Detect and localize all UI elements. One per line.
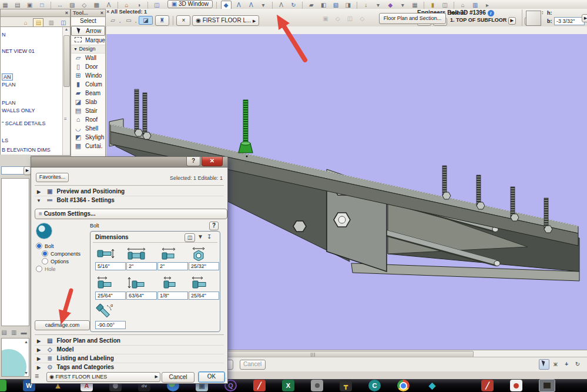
orbit-mode-icon[interactable]: ↻: [573, 360, 582, 369]
dim-field-length[interactable]: 2": [126, 262, 157, 270]
project-map-icon[interactable]: ⌂: [21, 19, 31, 26]
dim-field-2-4[interactable]: 25/64": [189, 292, 219, 300]
taskbar-camtasia-icon[interactable]: C: [368, 380, 381, 391]
preview-scroll-up-icon[interactable]: ▲: [24, 340, 28, 344]
settings-dialog-icon[interactable]: ▱: [107, 16, 119, 24]
section-floor-plan[interactable]: ▶ ▤ Floor Plan and Section: [35, 337, 224, 346]
view-item[interactable]: PLAN: [2, 100, 16, 106]
view-item[interactable]: B ELEVATION DIMS: [2, 147, 51, 153]
favorites-button[interactable]: Favorites...: [36, 173, 69, 182]
section-tags[interactable]: ▶ ⊙ Tags and Categories: [35, 363, 224, 371]
tool-shell[interactable]: ◡Shell: [71, 124, 105, 133]
view-item[interactable]: WALLS ONLY: [2, 108, 35, 113]
grid-view-icon[interactable]: ▥: [11, 329, 18, 336]
settings-icon[interactable]: ◨: [343, 1, 353, 9]
taskbar-excel-icon[interactable]: X: [282, 380, 294, 391]
view-item-selected[interactable]: AN: [2, 73, 13, 81]
toolbox-close-icon[interactable]: ×: [100, 10, 103, 16]
tool-door[interactable]: ▯Door: [71, 62, 105, 71]
more-icon[interactable]: ▸: [482, 1, 492, 9]
custom-settings-button[interactable]: ≡ Custom Settings...: [35, 209, 227, 219]
arrow2-dropdown-icon[interactable]: ▾: [398, 1, 407, 9]
tool-slab[interactable]: ◪Slab: [71, 98, 105, 106]
dim-field-nut[interactable]: 25/32": [189, 262, 219, 270]
tool-roof[interactable]: ⌂Roof: [71, 115, 105, 124]
tool-skylight[interactable]: ◩Skyligh: [71, 133, 105, 142]
dim-field-shaft[interactable]: 2": [157, 262, 188, 270]
elevation-flyout[interactable]: ▶: [582, 14, 587, 22]
taskbar-archicad-icon[interactable]: ◆: [426, 380, 438, 391]
section-icon[interactable]: ◑: [134, 1, 143, 9]
view-item[interactable]: N: [2, 32, 6, 38]
geometry-rect-icon[interactable]: ▭: [123, 16, 135, 24]
angle-field[interactable]: -90.00°: [95, 321, 126, 329]
radio-bolt[interactable]: Bolt: [36, 243, 54, 249]
view-item[interactable]: " SCALE DETAILS: [2, 120, 46, 126]
floor-plan-section-button[interactable]: Floor Plan and Section...: [379, 13, 446, 24]
object-chair-icon[interactable]: ♜: [155, 15, 169, 26]
window-selector-button[interactable]: ▣ 3D Window: [167, 0, 213, 8]
scroll-up-icon[interactable]: ▲: [63, 27, 70, 31]
mode-dropdown-icon[interactable]: ▾: [259, 1, 268, 9]
gravity-icon[interactable]: ×: [176, 15, 190, 26]
view-item[interactable]: NET VIEW 01: [2, 48, 35, 54]
save-icon[interactable]: ▣: [25, 1, 35, 9]
cadimage-link-button[interactable]: cadimage.com: [35, 320, 90, 330]
navigator-scroll-thumb[interactable]: [63, 35, 70, 87]
fly-mode-icon[interactable]: Λ: [246, 1, 256, 9]
navigator-scrollbar[interactable]: ▲ ≡: [62, 27, 70, 155]
toolbox-group-design[interactable]: ▼ Design: [71, 45, 105, 53]
dialog-help-button[interactable]: ?: [186, 157, 200, 166]
radio-hole[interactable]: Hole: [36, 266, 56, 272]
teamwork-icon[interactable]: ▧: [331, 1, 340, 9]
navigator-close-icon[interactable]: ×: [65, 10, 68, 16]
import-icon[interactable]: ↓: [361, 1, 371, 9]
lock-icon[interactable]: ▮: [428, 1, 438, 9]
b-value-field[interactable]: -3 3/32": [554, 17, 585, 25]
section-preview-positioning[interactable]: ▶ ▣ Preview and Positioning: [35, 187, 224, 196]
layer-button[interactable]: ◉ FIRST FLOOR L... ▶: [192, 15, 259, 26]
section-bolt-settings[interactable]: ▼ ≔ Bolt #1364 - Settings: [35, 196, 224, 205]
infobox-close-icon[interactable]: ×: [106, 9, 109, 15]
arrow1-dropdown-icon[interactable]: ▾: [374, 1, 383, 9]
render-icon[interactable]: ▩: [92, 1, 101, 9]
taskbar-crane-icon[interactable]: ┳: [340, 380, 352, 391]
section-listing[interactable]: ▶ ≣ Listing and Labeling: [35, 354, 224, 363]
3d-view-icon[interactable]: ◆: [221, 1, 232, 9]
radio-options[interactable]: Options: [42, 258, 69, 264]
grid-icon[interactable]: ▦: [410, 1, 420, 9]
morph-icon[interactable]: ◆: [385, 1, 395, 9]
tool-beam[interactable]: ▰Beam: [71, 89, 105, 98]
view-item[interactable]: PLAN: [2, 82, 16, 88]
roof-tool-icon[interactable]: ⌂: [122, 1, 132, 9]
taskbar-media-red-icon[interactable]: [510, 380, 522, 391]
tool-wall[interactable]: ▱Wall: [71, 53, 105, 62]
taskbar-sketchup-icon[interactable]: ╱: [253, 380, 266, 391]
tool-marquee[interactable]: Marque: [71, 36, 105, 45]
group-icon[interactable]: ◫: [440, 1, 450, 9]
figure-icon[interactable]: Λ: [104, 1, 113, 9]
pick-up-icon[interactable]: ▼: [197, 233, 203, 240]
dialog-titlebar[interactable]: ? ✕: [31, 157, 227, 167]
geometry-rotated-icon[interactable]: ◪: [139, 16, 153, 25]
walk-mode-icon[interactable]: Λ: [234, 1, 243, 9]
list-view-icon[interactable]: ▤: [1, 329, 8, 336]
new-icon[interactable]: ▦: [1, 1, 10, 9]
panel-help-button[interactable]: ?: [209, 222, 219, 230]
cancel-button[interactable]: Cancel: [162, 372, 194, 383]
organizer-icon[interactable]: ◧: [319, 1, 328, 9]
inject-icon[interactable]: ↧: [207, 233, 212, 240]
publish-icon[interactable]: □: [37, 1, 46, 9]
view-item[interactable]: LS: [2, 138, 8, 143]
store-icon[interactable]: ⌂: [458, 1, 468, 9]
orbit-icon[interactable]: ↻: [289, 1, 298, 9]
taskbar-red-app-icon[interactable]: ╱: [481, 380, 494, 391]
tool-arrow[interactable]: Arrow: [71, 26, 105, 36]
open-icon[interactable]: ▤: [13, 1, 22, 9]
dim-field-head-height[interactable]: 5/16": [95, 262, 126, 270]
dimension-icon[interactable]: ↔: [55, 1, 65, 9]
preview-scroll-down-icon[interactable]: ▼: [24, 371, 28, 375]
layout-icon[interactable]: ◫: [152, 1, 162, 9]
tool-stair[interactable]: ▤Stair: [71, 106, 105, 115]
select-mode-icon[interactable]: [539, 359, 549, 370]
